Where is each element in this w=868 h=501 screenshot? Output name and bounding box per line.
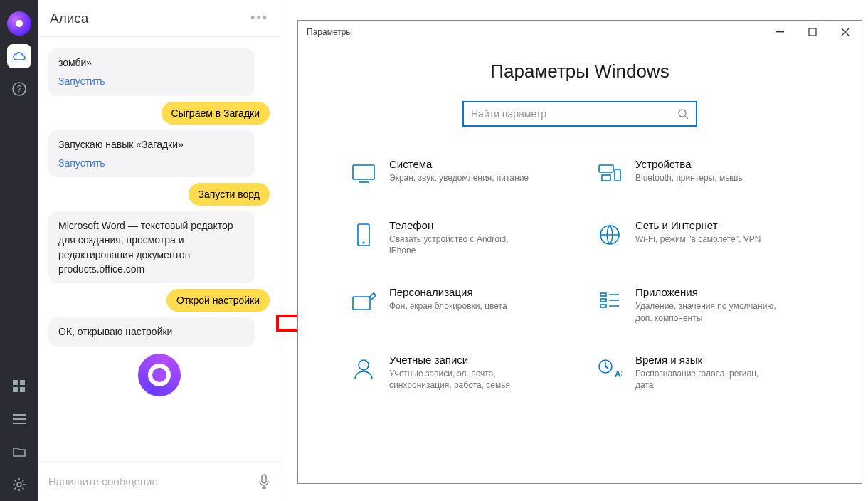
outgoing-message: Открой настройки: [166, 289, 270, 312]
svg-rect-18: [602, 175, 610, 181]
outgoing-message: Сыграем в Загадки: [162, 102, 270, 125]
titlebar: Параметры: [298, 21, 862, 43]
cloud-icon[interactable]: [7, 44, 31, 68]
svg-point-14: [679, 110, 686, 117]
search-box[interactable]: [462, 101, 697, 127]
devices-icon: [594, 158, 625, 189]
tile-sub: Связать устройство с Android, iPhone: [389, 233, 531, 256]
svg-rect-24: [600, 299, 606, 302]
svg-rect-25: [600, 305, 606, 307]
search-icon: [677, 108, 689, 120]
microphone-icon[interactable]: [258, 474, 270, 490]
tile-sub: Распознавание голоса, регион, дата: [635, 368, 778, 391]
tile-sub: Экран, звук, уведомления, питание: [389, 172, 529, 184]
svg-rect-4: [13, 387, 18, 392]
svg-rect-2: [13, 380, 18, 385]
tiles-icon[interactable]: [7, 374, 31, 399]
svg-text:A字: A字: [615, 369, 622, 379]
settings-tiles: СистемаЭкран, звук, уведомления, питание…: [298, 158, 862, 391]
message-text: Запускаю навык «Загадки»: [58, 139, 184, 150]
search-input[interactable]: [471, 108, 677, 120]
tile-title: Персонализация: [389, 286, 507, 298]
help-icon[interactable]: ?: [7, 77, 31, 101]
svg-rect-22: [353, 297, 370, 310]
svg-text:?: ?: [17, 84, 22, 94]
tile-title: Система: [389, 158, 529, 170]
input-row: [38, 461, 280, 501]
tile-system[interactable]: СистемаЭкран, звук, уведомления, питание: [348, 158, 566, 189]
svg-rect-16: [599, 165, 613, 172]
chat-body: зомби» Запустить Сыграем в Загадки Запус…: [38, 37, 280, 461]
tile-sub: Wi-Fi, режим "в самолете", VPN: [635, 233, 761, 245]
svg-point-26: [359, 360, 369, 370]
menu-icon[interactable]: [7, 407, 31, 431]
svg-rect-17: [615, 169, 620, 181]
alice-panel: Алиса ••• зомби» Запустить Сыграем в Заг…: [38, 0, 280, 501]
personalization-icon: [348, 286, 379, 317]
svg-rect-7: [13, 418, 26, 420]
system-icon: [348, 158, 379, 189]
alice-title: Алиса: [50, 11, 250, 26]
message-text: зомби»: [58, 57, 92, 68]
launch-link[interactable]: Запустить: [58, 74, 105, 88]
more-icon[interactable]: •••: [250, 11, 268, 26]
tile-time-language[interactable]: A字 Время и языкРаспознавание голоса, рег…: [594, 354, 812, 391]
tile-title: Учетные записи: [389, 354, 531, 366]
folder-icon[interactable]: [7, 440, 31, 464]
tile-personalization[interactable]: ПерсонализацияФон, экран блокировки, цве…: [348, 286, 566, 323]
incoming-message: ОК, открываю настройки: [48, 317, 255, 346]
svg-rect-12: [776, 31, 784, 32]
svg-rect-23: [600, 293, 606, 296]
svg-rect-5: [20, 387, 25, 392]
alice-orb-icon[interactable]: [138, 354, 181, 396]
tile-title: Время и язык: [635, 354, 778, 366]
svg-rect-6: [13, 414, 26, 416]
message-text: ОК, открываю настройки: [58, 326, 172, 337]
launch-link[interactable]: Запустить: [58, 156, 105, 170]
alice-header: Алиса •••: [38, 0, 280, 37]
settings-content: Параметры Windows СистемаЭкран, звук, ув…: [298, 43, 862, 391]
tile-title: Приложения: [635, 286, 778, 298]
svg-point-9: [17, 482, 21, 487]
page-title: Параметры Windows: [298, 60, 862, 83]
svg-rect-13: [809, 28, 816, 36]
gear-icon[interactable]: [7, 473, 31, 497]
tile-devices[interactable]: УстройстваBluetooth, принтеры, мышь: [594, 158, 812, 189]
tile-title: Телефон: [389, 219, 531, 231]
tile-sub: Bluetooth, принтеры, мышь: [635, 172, 743, 184]
apps-icon: [594, 286, 625, 317]
tile-sub: Учетные записи, эл. почта, синхронизация…: [389, 368, 531, 391]
tile-sub: Удаление, значения по умолчанию, доп. ко…: [635, 300, 778, 323]
time-language-icon: A字: [594, 354, 625, 385]
settings-window: Параметры Параметры Windows СистемаЭкран…: [297, 20, 862, 484]
network-icon: [594, 219, 625, 250]
incoming-message: Запускаю навык «Загадки» Запустить: [48, 130, 255, 178]
tile-network[interactable]: Сеть и ИнтернетWi-Fi, режим "в самолете"…: [594, 219, 812, 256]
maximize-button[interactable]: [796, 21, 829, 43]
alice-icon[interactable]: [7, 11, 31, 36]
close-button[interactable]: [829, 21, 862, 43]
window-title: Параметры: [298, 27, 763, 37]
accounts-icon: [348, 354, 379, 385]
incoming-message: Microsoft Word — текстовый редактор для …: [48, 211, 255, 283]
svg-rect-10: [262, 475, 266, 483]
tile-accounts[interactable]: Учетные записиУчетные записи, эл. почта,…: [348, 354, 566, 391]
tile-title: Устройства: [635, 158, 743, 170]
message-input[interactable]: [48, 475, 258, 487]
svg-rect-8: [13, 423, 26, 424]
svg-rect-15: [353, 165, 374, 179]
outgoing-message: Запусти ворд: [189, 183, 270, 206]
message-text: Microsoft Word — текстовый редактор для …: [58, 220, 233, 275]
tile-sub: Фон, экран блокировки, цвета: [389, 300, 507, 312]
phone-icon: [348, 219, 379, 250]
svg-rect-3: [20, 380, 25, 385]
left-rail: ?: [0, 0, 38, 501]
tile-apps[interactable]: ПриложенияУдаление, значения по умолчани…: [594, 286, 812, 323]
svg-point-20: [363, 242, 365, 244]
incoming-message: зомби» Запустить: [48, 48, 255, 96]
tile-phone[interactable]: ТелефонСвязать устройство с Android, iPh…: [348, 219, 566, 256]
minimize-button[interactable]: [763, 21, 796, 43]
tile-title: Сеть и Интернет: [635, 219, 761, 231]
